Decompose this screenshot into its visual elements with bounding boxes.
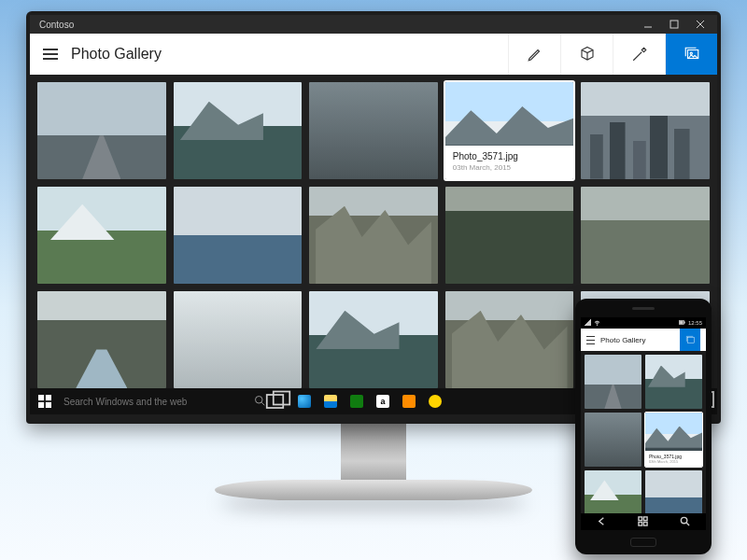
phone-app-title: Photo Gallery — [600, 336, 645, 344]
window-titlebar: Contoso — [30, 15, 717, 34]
phone-photo-grid[interactable]: Photo_3571.jpg 03th March, 2015 — [581, 351, 706, 513]
taskbar-app-globe[interactable] — [422, 388, 448, 414]
start-button[interactable] — [30, 395, 60, 408]
wifi-icon — [594, 319, 600, 327]
phone-hamburger-icon[interactable] — [586, 336, 595, 344]
signal-icon — [585, 319, 591, 327]
photo-thumbnail[interactable] — [37, 82, 166, 179]
monitor-stand-base — [215, 480, 532, 500]
phone-nav-bar — [581, 513, 706, 530]
photo-thumbnail[interactable] — [309, 82, 438, 179]
taskbar-app-store[interactable] — [344, 388, 370, 414]
photo-thumbnail[interactable] — [37, 291, 166, 388]
svg-rect-1 — [670, 21, 678, 28]
phone-search-button[interactable] — [680, 513, 690, 530]
photo-thumbnail[interactable] — [174, 291, 303, 388]
taskbar-app-edge[interactable] — [291, 388, 317, 414]
phone-photo-thumbnail-selected[interactable]: Photo_3571.jpg 03th March, 2015 — [645, 413, 702, 467]
phone-photo-date: 03th March, 2015 — [649, 459, 698, 464]
window-minimize-button[interactable] — [635, 15, 661, 34]
svg-rect-12 — [267, 395, 284, 408]
battery-icon — [679, 319, 685, 327]
gallery-icon — [684, 46, 700, 63]
phone-photo-thumbnail[interactable] — [585, 413, 641, 467]
taskbar-search-input[interactable] — [63, 397, 248, 407]
search-icon — [254, 395, 265, 408]
photo-thumbnail[interactable] — [445, 291, 574, 388]
edit-tool-button[interactable] — [508, 34, 560, 75]
monitor-stand-neck — [341, 422, 406, 487]
phone-home-button[interactable] — [638, 513, 648, 530]
svg-line-11 — [261, 402, 264, 405]
phone-photo-thumbnail[interactable] — [585, 355, 641, 409]
svg-point-16 — [597, 325, 598, 326]
window-maximize-button[interactable] — [661, 15, 687, 34]
svg-point-10 — [256, 397, 263, 404]
pencil-icon — [527, 46, 543, 63]
phone-hardware-button — [630, 538, 656, 547]
phone-photo-thumbnail[interactable] — [645, 355, 702, 409]
app-title: Photo Gallery — [71, 46, 162, 63]
phone-photo-thumbnail[interactable] — [585, 470, 641, 513]
task-view-icon — [265, 388, 291, 414]
photo-thumbnail[interactable] — [174, 82, 303, 179]
photo-thumbnail[interactable] — [445, 187, 574, 284]
window-close-button[interactable] — [687, 15, 713, 34]
phone-device: 12:55 Photo Gallery Photo_3571.jpg — [575, 299, 712, 554]
phone-photo-meta: Photo_3571.jpg 03th March, 2015 — [645, 451, 702, 467]
phone-body: 12:55 Photo Gallery Photo_3571.jpg — [575, 299, 712, 554]
phone-back-button[interactable] — [597, 513, 607, 530]
svg-rect-6 — [38, 395, 44, 400]
svg-point-25 — [682, 517, 687, 523]
photo-filename: Photo_3571.jpg — [453, 151, 567, 161]
svg-rect-20 — [687, 337, 694, 343]
color-picker-tool-button[interactable] — [613, 34, 665, 75]
photo-thumbnail-selected[interactable]: Photo_3571.jpg 03th March, 2015 — [445, 82, 574, 179]
svg-rect-23 — [639, 522, 642, 525]
app-header: Photo Gallery — [30, 34, 717, 75]
phone-status-time: 12:55 — [688, 320, 702, 326]
photo-thumbnail[interactable] — [174, 187, 303, 284]
svg-rect-9 — [46, 402, 51, 408]
gallery-icon — [685, 335, 696, 345]
phone-gallery-tool-button[interactable] — [680, 329, 700, 351]
3d-tool-button[interactable] — [560, 34, 613, 75]
eyedropper-icon — [631, 46, 648, 63]
photo-thumbnail[interactable] — [581, 187, 710, 284]
task-view-button[interactable] — [265, 388, 291, 414]
svg-rect-18 — [680, 321, 684, 324]
photo-thumbnail[interactable] — [581, 82, 710, 179]
window-title: Contoso — [39, 20, 74, 30]
taskbar-search[interactable] — [60, 395, 265, 408]
svg-line-26 — [686, 523, 689, 525]
photo-thumbnail[interactable] — [37, 187, 166, 284]
svg-rect-21 — [639, 517, 642, 521]
taskbar-app-amazon[interactable]: a — [370, 388, 396, 414]
gallery-tool-button[interactable] — [665, 34, 717, 75]
svg-rect-7 — [46, 395, 51, 400]
hamburger-menu-icon[interactable] — [43, 47, 58, 62]
photo-thumbnail[interactable] — [309, 291, 438, 388]
phone-earpiece — [632, 307, 655, 310]
svg-rect-8 — [38, 402, 44, 408]
taskbar-app-3d[interactable] — [396, 388, 422, 414]
cube-icon — [579, 46, 596, 63]
photo-meta: Photo_3571.jpg 03th March, 2015 — [445, 146, 574, 179]
svg-rect-19 — [684, 322, 685, 323]
svg-rect-24 — [644, 522, 648, 525]
phone-status-bar: 12:55 — [581, 317, 706, 329]
svg-rect-22 — [644, 517, 648, 521]
windows-logo-icon — [38, 395, 51, 408]
phone-screen: 12:55 Photo Gallery Photo_3571.jpg — [581, 317, 706, 530]
taskbar-app-explorer[interactable] — [317, 388, 344, 414]
svg-rect-13 — [274, 392, 290, 405]
phone-app-header: Photo Gallery — [581, 329, 706, 351]
phone-photo-thumbnail[interactable] — [645, 470, 702, 513]
photo-thumbnail[interactable] — [309, 187, 438, 284]
photo-date: 03th March, 2015 — [453, 163, 567, 172]
